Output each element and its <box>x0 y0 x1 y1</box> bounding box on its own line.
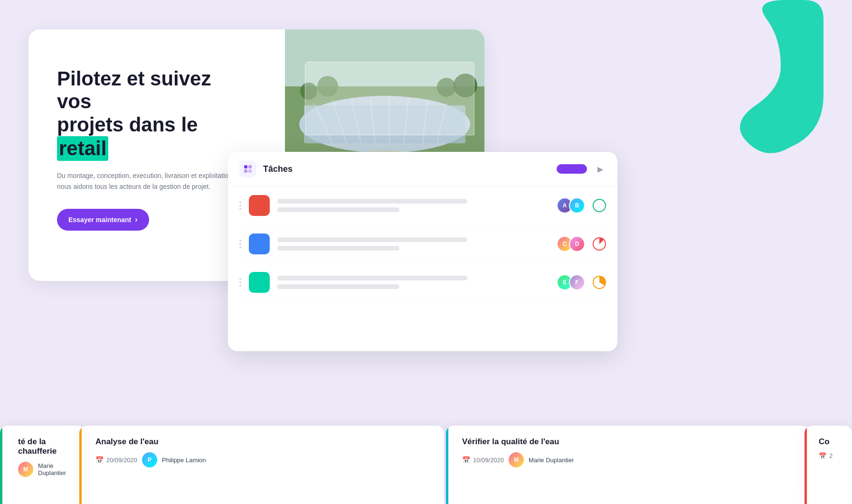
assignee-avatar: M <box>18 462 33 477</box>
svg-rect-3 <box>304 105 465 143</box>
calendar-icon: 📅 <box>95 456 104 464</box>
arrow-icon: › <box>135 215 137 224</box>
avatar: D <box>569 236 585 252</box>
svg-rect-17 <box>244 165 247 168</box>
card-title: té de la chaufferie <box>11 437 74 456</box>
svg-rect-18 <box>248 165 252 168</box>
svg-rect-19 <box>244 169 247 173</box>
calendar-icon: 📅 <box>819 452 826 459</box>
card-accent <box>79 426 82 504</box>
svg-point-12 <box>300 83 317 100</box>
tasks-panel: Tâches ▶ A B <box>228 152 617 351</box>
tasks-add-button[interactable] <box>557 164 587 174</box>
card-title: Co <box>812 437 844 447</box>
tasks-header: Tâches ▶ <box>228 152 617 187</box>
drag-handle[interactable] <box>239 240 241 248</box>
partial-bottom-card-left: té de la chaufferie M Marie Duplantier <box>0 426 85 504</box>
assignee-avatar: M <box>509 452 524 467</box>
task-status[interactable] <box>593 199 606 212</box>
card-accent <box>446 426 448 504</box>
svg-rect-20 <box>248 169 252 173</box>
hero-title: Pilotez et suivez vos projets dans le re… <box>57 67 237 161</box>
svg-rect-0 <box>285 29 484 105</box>
task-row: C D <box>237 225 608 263</box>
card-title: Analyse de l'eau <box>89 437 435 447</box>
task-color-indicator <box>249 272 270 293</box>
task-description <box>277 276 549 289</box>
drag-handle[interactable] <box>239 278 241 287</box>
svg-point-14 <box>437 78 456 97</box>
drag-handle[interactable] <box>239 201 241 210</box>
task-row: A B <box>237 187 608 225</box>
card-accent <box>805 426 807 504</box>
avatar: F <box>569 274 585 290</box>
svg-point-15 <box>454 74 477 97</box>
task-color-indicator <box>249 195 270 216</box>
calendar-icon: 📅 <box>462 456 470 464</box>
decorative-shape <box>719 0 824 163</box>
bottom-card-1: Analyse de l'eau 📅 20/09/2020 P Philippe… <box>79 426 444 504</box>
partial-bottom-card-right: Co 📅 2 <box>805 426 852 504</box>
hero-subtitle: Du montage, conception, execution, livra… <box>57 170 237 192</box>
card-meta: M Marie Duplantier <box>11 462 74 477</box>
assignee-avatar: P <box>142 452 157 467</box>
task-assignees: C D <box>557 236 585 252</box>
card-meta: 📅 20/09/2020 P Philippe Lamion <box>89 452 435 467</box>
card-accent <box>0 426 2 504</box>
card-title: Vérifier la qualité de l'eau <box>455 437 801 447</box>
task-description <box>277 237 549 251</box>
bottom-card-2: Vérifier la qualité de l'eau 📅 10/09/202… <box>446 426 811 504</box>
tasks-list: A B C D <box>228 187 617 302</box>
svg-point-13 <box>317 76 338 97</box>
tasks-header-left: Tâches <box>239 160 293 177</box>
bottom-cards-container: Analyse de l'eau 📅 20/09/2020 P Philippe… <box>78 426 812 504</box>
task-status[interactable] <box>593 276 606 289</box>
task-assignees: E F <box>557 274 585 290</box>
task-row: E F <box>237 263 608 302</box>
task-status[interactable] <box>593 237 606 251</box>
task-assignees: A B <box>557 197 585 214</box>
task-description <box>277 199 549 212</box>
card-meta: 📅 2 <box>812 452 844 459</box>
card-meta: 📅 10/09/2020 M Marie Duplantier <box>455 452 801 467</box>
cta-button[interactable]: Essayer maintenant › <box>57 209 149 231</box>
hero-content: Pilotez et suivez vos projets dans le re… <box>57 67 237 231</box>
svg-point-2 <box>299 96 470 153</box>
tasks-title: Tâches <box>263 164 293 174</box>
task-color-indicator <box>249 233 270 254</box>
avatar: B <box>569 197 585 214</box>
tasks-app-icon <box>239 160 256 177</box>
expand-icon[interactable]: ▶ <box>595 163 606 175</box>
